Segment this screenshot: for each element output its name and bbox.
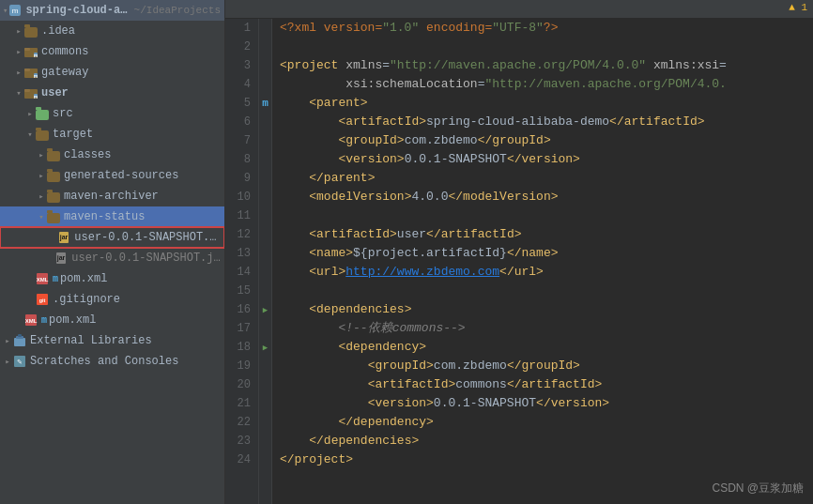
code-line-15 xyxy=(280,282,813,300)
code-line-12: <artifactId>user</artifactId> xyxy=(280,225,813,244)
gutter-line xyxy=(259,169,271,188)
tree-item-scratches[interactable]: ✎ Scratches and Consoles xyxy=(0,351,224,372)
line-num: 17 xyxy=(225,319,251,338)
gutter-line xyxy=(259,225,271,244)
line-num: 9 xyxy=(225,169,251,188)
svg-text:XML: XML xyxy=(37,277,49,283)
line-num: 18 xyxy=(225,338,251,357)
folder-icon xyxy=(47,172,60,182)
expand-arrow xyxy=(2,357,13,367)
expand-arrow xyxy=(36,150,47,160)
gateway-label: gateway xyxy=(41,62,88,83)
editor-content[interactable]: 1 2 3 4 5 6 7 8 9 10 11 12 13 14 15 16 1… xyxy=(225,19,813,504)
xml-icon: XML xyxy=(36,272,49,285)
svg-text:m: m xyxy=(34,73,38,79)
gutter-line-16: ▶ xyxy=(259,300,271,319)
gutter-markers: m ▶ ▶ xyxy=(259,19,272,504)
classes-label: classes xyxy=(64,145,111,165)
code-line-11 xyxy=(280,206,813,225)
line-num: 7 xyxy=(225,131,251,150)
code-line-17: <!--依赖commons--> xyxy=(280,319,813,338)
generated-sources-label: generated-sources xyxy=(64,165,178,186)
tree-item-src[interactable]: src xyxy=(0,103,224,124)
tree-item-gateway[interactable]: m gateway xyxy=(0,62,224,83)
svg-text:jar: jar xyxy=(59,234,69,241)
expand-arrow xyxy=(36,191,47,202)
root-note: ~/IdeaProjects xyxy=(134,0,221,21)
code-line-3: <project xmlns="http://maven.apache.org/… xyxy=(280,56,813,75)
gutter-line xyxy=(259,319,271,338)
line-num: 14 xyxy=(225,263,251,282)
user-label: user xyxy=(41,83,69,103)
code-line-4: xsi:schemaLocation="http://maven.apache.… xyxy=(280,75,813,94)
line-num: 8 xyxy=(225,150,251,169)
file-tree[interactable]: m spring-cloud-alibaba-demo ~/IdeaProjec… xyxy=(0,0,225,504)
src-label: src xyxy=(53,103,73,124)
code-line-16: <dependencies> xyxy=(280,300,813,319)
code-editor[interactable]: <?xml version="1.0" encoding="UTF-8"?> <… xyxy=(272,19,813,504)
gutter-line xyxy=(259,19,271,38)
line-num: 22 xyxy=(225,413,251,432)
tree-item-classes[interactable]: classes xyxy=(0,145,224,165)
tree-item-maven-archiver[interactable]: maven-archiver xyxy=(0,186,224,206)
scratches-label: Scratches and Consoles xyxy=(30,351,178,372)
tree-item-root[interactable]: m spring-cloud-alibaba-demo ~/IdeaProjec… xyxy=(0,0,224,21)
tree-item-gitignore[interactable]: git .gitignore xyxy=(0,289,224,310)
code-line-5: <parent> xyxy=(280,94,813,113)
code-line-20: <artifactId>commons</artifactId> xyxy=(280,375,813,394)
line-numbers: 1 2 3 4 5 6 7 8 9 10 11 12 13 14 15 16 1… xyxy=(225,19,259,504)
folder-icon xyxy=(24,27,38,38)
line-num: 15 xyxy=(225,282,251,300)
tree-item-maven-status[interactable]: maven-status xyxy=(0,206,224,227)
gutter-line xyxy=(259,394,271,413)
tree-item-generated-sources[interactable]: generated-sources xyxy=(0,165,224,186)
gutter-line xyxy=(259,75,271,94)
idea-label: .idea xyxy=(41,21,75,41)
svg-text:m: m xyxy=(34,53,38,58)
svg-text:m: m xyxy=(12,7,19,15)
gutter-line xyxy=(259,56,271,75)
tree-item-commons[interactable]: m commons xyxy=(0,41,224,62)
expand-arrow xyxy=(2,336,13,346)
line-num: 12 xyxy=(225,225,251,244)
tree-item-pom-root[interactable]: XML m pom.xml xyxy=(0,310,224,330)
gutter-line xyxy=(259,282,271,300)
warning-badge: ▲ 1 xyxy=(789,2,807,13)
gutter-line xyxy=(259,263,271,282)
tree-item-external-libraries[interactable]: External Libraries xyxy=(0,330,224,351)
svg-rect-7 xyxy=(24,69,30,71)
line-num: 2 xyxy=(225,38,251,56)
code-line-9: </parent> xyxy=(280,169,813,188)
module-folder-icon: m xyxy=(24,86,38,99)
gutter-line-5: m xyxy=(259,94,271,113)
pom-root-label: pom.xml xyxy=(49,310,96,330)
commons-label: commons xyxy=(41,41,88,62)
code-line-7: <groupId>com.zbdemo</groupId> xyxy=(280,131,813,150)
tree-item-pom-user[interactable]: XML m pom.xml xyxy=(0,268,224,289)
svg-text:jar: jar xyxy=(56,254,66,262)
maven-archiver-label: maven-archiver xyxy=(64,186,159,206)
gutter-line xyxy=(259,413,271,432)
svg-rect-11 xyxy=(24,89,30,92)
code-line-21: <version>0.0.1-SNAPSHOT</version> xyxy=(280,394,813,413)
line-num: 24 xyxy=(225,451,251,469)
tree-item-idea[interactable]: .idea xyxy=(0,21,224,41)
tree-item-target[interactable]: target xyxy=(0,124,224,145)
gutter-line xyxy=(259,131,271,150)
expand-arrow xyxy=(2,6,8,16)
gutter-line xyxy=(259,113,271,131)
gutter-line xyxy=(259,451,271,469)
code-line-14: <url>http://www.zbdemo.com</url> xyxy=(280,263,813,282)
module-folder-icon: m xyxy=(24,45,38,58)
gitignore-label: .gitignore xyxy=(53,289,120,310)
svg-text:XML: XML xyxy=(25,318,38,324)
pom-user-label: pom.xml xyxy=(60,268,107,289)
tree-item-user-jar-original[interactable]: jar user-0.0.1-SNAPSHOT.jar.original xyxy=(0,248,224,268)
jar-icon: jar xyxy=(57,231,70,244)
tree-item-user[interactable]: m user xyxy=(0,83,224,103)
code-line-18: <dependency> xyxy=(280,338,813,357)
gutter-line xyxy=(259,375,271,394)
tree-item-user-jar[interactable]: jar user-0.0.1-SNAPSHOT.jar xyxy=(0,227,224,248)
line-num: 4 xyxy=(225,75,251,94)
expand-arrow xyxy=(13,26,24,37)
